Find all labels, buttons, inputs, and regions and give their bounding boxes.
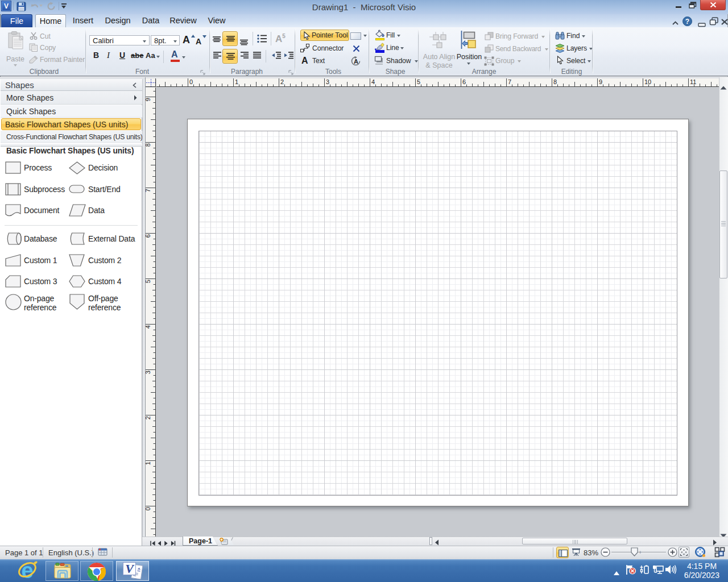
svg-text:3: 3: [146, 371, 151, 374]
svg-text:?: ?: [685, 18, 689, 26]
svg-text:0: 0: [146, 507, 151, 510]
svg-text:3: 3: [326, 78, 329, 85]
svg-text:11: 11: [690, 78, 696, 85]
svg-text:1: 1: [235, 78, 238, 85]
svg-text:6: 6: [462, 78, 466, 85]
svg-text:7: 7: [146, 189, 151, 192]
svg-text:A: A: [354, 58, 358, 65]
svg-text:10: 10: [644, 78, 651, 85]
svg-text:4: 4: [371, 78, 375, 85]
svg-text:1: 1: [146, 462, 151, 465]
svg-text:7: 7: [508, 78, 511, 85]
svg-text:2: 2: [146, 416, 151, 419]
svg-text:9: 9: [599, 78, 602, 85]
svg-text:5: 5: [146, 280, 151, 283]
svg-text:6: 6: [146, 234, 151, 238]
svg-text:5: 5: [417, 78, 420, 85]
svg-text:8: 8: [146, 143, 151, 147]
svg-text:2: 2: [280, 78, 284, 85]
svg-text:4: 4: [146, 325, 151, 329]
svg-text:9: 9: [146, 98, 151, 101]
svg-text:V: V: [125, 562, 135, 576]
svg-text:0: 0: [189, 78, 193, 85]
svg-text:8: 8: [553, 78, 557, 85]
